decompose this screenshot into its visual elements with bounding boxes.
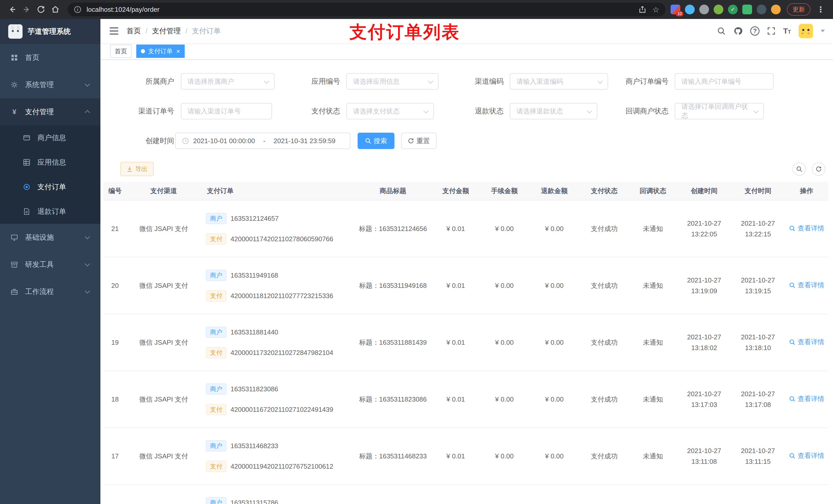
avatar-dropdown-caret-icon[interactable] — [821, 30, 825, 32]
chevron-down-icon — [85, 234, 90, 239]
url-bar[interactable]: localhost:1024/pay/order — [68, 3, 665, 16]
view-detail-link[interactable]: 查看详情 — [789, 394, 824, 403]
bookmark-star-icon[interactable] — [652, 5, 659, 14]
view-detail-link[interactable]: 查看详情 — [789, 451, 824, 460]
cell-actions: 查看详情 — [785, 371, 828, 428]
reset-button[interactable]: 重置 — [401, 133, 436, 149]
reload-icon[interactable] — [34, 2, 48, 17]
cell-channel: 微信 JSAPI 支付 — [126, 314, 201, 371]
chevron-down-icon — [587, 108, 592, 114]
search-toggle-button[interactable] — [792, 162, 806, 176]
user-avatar[interactable] — [799, 24, 813, 38]
table-row: 21 微信 JSAPI 支付 商户 1635312124657 支付 42000… — [103, 200, 828, 257]
browser-menu-icon[interactable] — [813, 2, 828, 17]
hamburger-icon[interactable] — [110, 27, 118, 34]
cell-title: 标题：1635311949168 — [355, 257, 431, 314]
merchant-order-input[interactable] — [675, 73, 774, 90]
sidebar-item-workflow[interactable]: 工作流程 — [0, 278, 100, 305]
clock-icon — [182, 137, 189, 144]
sidebar-item-merchant-info[interactable]: 商户信息 — [0, 125, 100, 150]
app-select[interactable]: 请选择应用信息 — [346, 73, 438, 90]
home-icon[interactable] — [48, 2, 63, 17]
refund-status-select[interactable]: 请选择退款状态 — [510, 103, 597, 119]
close-icon[interactable] — [176, 48, 180, 54]
sidebar-item-payment[interactable]: 支付管理 — [0, 98, 100, 125]
profile-avatar-icon[interactable] — [771, 5, 781, 14]
sidebar-item-infrastructure[interactable]: 基础设施 — [0, 224, 100, 251]
site-info-icon[interactable] — [74, 6, 81, 13]
monitor-icon — [10, 234, 19, 241]
share-icon[interactable] — [639, 6, 646, 13]
chevron-down-icon — [264, 79, 269, 84]
font-size-icon[interactable] — [783, 27, 791, 35]
date-separator: - — [263, 137, 265, 145]
channel-order-no: 4200001167202110271022491439 — [231, 406, 333, 414]
extension-icon[interactable] — [757, 5, 766, 14]
pay-tag: 支付 — [206, 233, 227, 245]
filter-label-app: 应用编号 — [287, 73, 340, 90]
cell-pay-time: 2021-10-2713:19:15 — [731, 257, 785, 314]
forward-icon[interactable] — [20, 2, 34, 17]
sidebar-item-home[interactable]: 首页 — [0, 44, 100, 71]
search-button[interactable]: 搜索 — [358, 133, 395, 149]
tab-home[interactable]: 首页 — [110, 45, 132, 58]
filter-label-channel-code: 渠道编码 — [446, 73, 504, 90]
view-detail-link[interactable]: 查看详情 — [789, 281, 824, 290]
table-row: 商户 1635311315786 支付 查看详情 — [103, 484, 828, 504]
fullscreen-icon[interactable] — [767, 27, 776, 35]
col-order: 支付订单 — [201, 182, 355, 200]
channel-order-input[interactable] — [181, 103, 272, 119]
view-detail-link[interactable]: 查看详情 — [789, 224, 824, 233]
browser-update-button[interactable]: 更新 — [787, 3, 810, 16]
tab-pay-order[interactable]: 支付订单 — [136, 45, 185, 58]
cell-actions: 查看详情 — [785, 200, 828, 257]
table-row: 19 微信 JSAPI 支付 商户 1635311881440 支付 42000… — [103, 314, 828, 371]
back-icon[interactable] — [5, 2, 20, 17]
url-text: localhost:1024/pay/order — [87, 6, 634, 14]
chevron-up-icon — [85, 110, 90, 115]
breadcrumb: 首页 支付管理 支付订单 — [126, 26, 221, 36]
pay-order-table: 编号 支付渠道 支付订单 商品标题 支付金额 手续金额 退款金额 支付状态 回调… — [103, 182, 828, 504]
extension-icon[interactable]: 10 — [671, 5, 680, 14]
extension-icon[interactable] — [742, 5, 752, 14]
breadcrumb-separator — [145, 27, 147, 35]
sidebar-item-pay-order[interactable]: 支付订单 — [0, 175, 100, 199]
extension-icon[interactable] — [699, 5, 709, 14]
cell-fee: ¥ 0.00 — [480, 371, 529, 428]
cell-amount: ¥ 0.01 — [431, 428, 480, 484]
breadcrumb-home[interactable]: 首页 — [126, 26, 141, 36]
chevron-down-icon — [85, 288, 90, 293]
extension-icon[interactable] — [685, 5, 695, 14]
sidebar-item-system[interactable]: 系统管理 — [0, 71, 100, 98]
sidebar-item-refund-order[interactable]: 退款订单 — [0, 199, 100, 224]
filter-label-channel-order: 渠道订单号 — [109, 103, 174, 119]
target-icon — [23, 183, 31, 191]
refresh-button[interactable] — [812, 162, 825, 176]
col-amount: 支付金额 — [431, 182, 480, 200]
export-button[interactable]: 导出 — [120, 162, 154, 176]
pay-status-select[interactable]: 请选择支付状态 — [346, 103, 434, 119]
cell-refund: ¥ 0.00 — [529, 428, 580, 484]
col-notify-status: 回调状态 — [628, 182, 677, 200]
extension-icon[interactable] — [728, 5, 738, 14]
cell-order: 商户 1635312124657 支付 42000011742021102780… — [201, 200, 355, 257]
channel-code-select[interactable]: 请输入渠道编码 — [510, 73, 608, 90]
callback-status-select[interactable]: 请选择订单回调商户状态 — [675, 103, 764, 119]
cell-channel: 微信 JSAPI 支付 — [126, 257, 201, 314]
create-time-range[interactable]: 2021-10-01 00:00:00 - 2021-10-31 23:59:5… — [175, 133, 351, 149]
merchant-select[interactable]: 请选择所属商户 — [181, 73, 275, 90]
cell-order: 商户 1635311315786 支付 — [201, 484, 355, 504]
cell-create-time: 2021-10-2713:11:08 — [677, 428, 731, 484]
sidebar-logo[interactable]: 芋道管理系统 — [0, 19, 100, 44]
breadcrumb-pay-management[interactable]: 支付管理 — [152, 26, 181, 36]
cell-fee: ¥ 0.00 — [480, 428, 529, 484]
github-icon[interactable] — [733, 26, 743, 35]
cell-actions: 查看详情 — [785, 314, 828, 371]
extension-icon[interactable] — [714, 5, 723, 14]
merchant-order-no: 1635312124657 — [231, 215, 279, 222]
search-icon[interactable] — [717, 27, 726, 35]
view-detail-link[interactable]: 查看详情 — [789, 338, 824, 346]
sidebar-item-dev-tools[interactable]: 研发工具 — [0, 251, 100, 278]
help-icon[interactable] — [750, 26, 760, 35]
sidebar-item-app-info[interactable]: 应用信息 — [0, 150, 100, 175]
